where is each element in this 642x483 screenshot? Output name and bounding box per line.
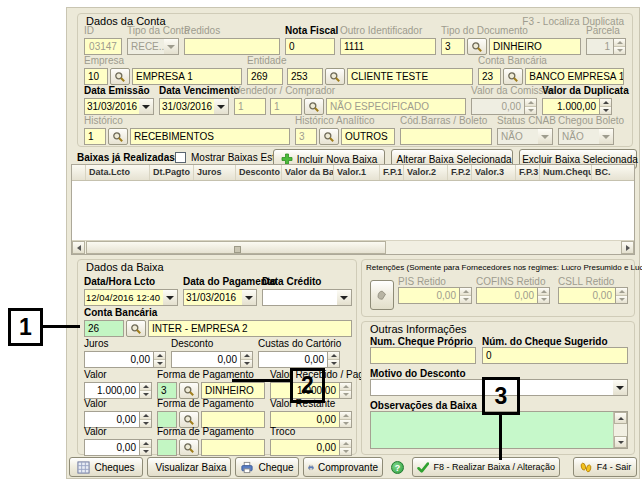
data-pagamento-dropdown-button[interactable]: [242, 289, 257, 306]
data-vencimento-dropdown-button[interactable]: [214, 98, 229, 115]
column-header-num-cheque[interactable]: Num.Cheque: [540, 165, 592, 180]
column-header-fp-1[interactable]: F.P.1: [380, 165, 404, 180]
entidade-code2-input[interactable]: 253: [287, 68, 323, 85]
pis-retido-input[interactable]: 0,00: [398, 287, 460, 304]
data-vencimento-input[interactable]: 31/03/2016: [159, 98, 214, 115]
forma-pagamento1-search-button[interactable]: [179, 382, 199, 399]
valor1-spinner[interactable]: [140, 382, 152, 399]
f8-realizar-baixa-button[interactable]: F8 - Realizar Baixa / Alteração: [412, 457, 560, 477]
tipo-do-documento-code-input[interactable]: 3: [441, 38, 465, 55]
scrollbar-thumb[interactable]: [86, 241, 386, 254]
visualizar-baixa-button[interactable]: Visualizar Baixa: [147, 457, 231, 477]
csll-retido-input[interactable]: 0,00: [558, 287, 616, 304]
column-header-fp-3[interactable]: F.P.3: [516, 165, 540, 180]
id-input[interactable]: 03147: [84, 38, 122, 55]
conta-bancaria-baixa-code-input[interactable]: 26: [84, 320, 124, 337]
empresa-search-button[interactable]: [110, 68, 130, 85]
valor-comissao-spinner[interactable]: [525, 98, 537, 115]
tipo-do-documento-search-button[interactable]: [467, 38, 487, 55]
conta-bancaria-name-input[interactable]: BANCO EMPRESA 1: [525, 68, 624, 85]
column-header-dt-pagto[interactable]: Dt.Pagto: [150, 165, 194, 180]
scroll-up-button[interactable]: [614, 412, 627, 424]
valor-duplicata-spinner[interactable]: [600, 98, 612, 115]
vendedor-code-input[interactable]: 1: [234, 98, 266, 115]
historico-name-input[interactable]: RECEBIMENTOS: [130, 128, 290, 145]
conta-bancaria-code-input[interactable]: 23: [478, 68, 501, 85]
column-header-valor-3[interactable]: Valor.3: [472, 165, 516, 180]
tipo-da-conta-dropdown-button[interactable]: [164, 38, 179, 55]
tipo-da-conta-select[interactable]: RECE...: [127, 38, 164, 55]
valor1-input[interactable]: 1.000,00: [84, 382, 140, 399]
chegou-boleto-select[interactable]: NÃO: [558, 128, 599, 145]
forma-pagamento3-name-input[interactable]: [201, 439, 265, 456]
column-header-valor-da-baixa[interactable]: Valor da Baixa: [282, 165, 334, 180]
data-hora-lcto-input[interactable]: 12/04/2016 12:40: [84, 289, 163, 306]
column-header-juros[interactable]: Juros: [194, 165, 236, 180]
scroll-left-button[interactable]: [72, 241, 85, 254]
custas-cartorio-input[interactable]: 0,00: [258, 351, 328, 368]
data-emissao-dropdown-button[interactable]: [139, 98, 154, 115]
parcela-spinner[interactable]: [614, 38, 626, 55]
conta-bancaria-baixa-name-input[interactable]: INTER - EMPRESA 2: [148, 320, 352, 337]
cofins-retido-input[interactable]: 0,00: [476, 287, 538, 304]
tipo-do-documento-name-input[interactable]: DINHEIRO: [489, 38, 581, 55]
help-icon[interactable]: ?: [391, 461, 404, 474]
juros-input[interactable]: 0,00: [84, 351, 154, 368]
column-header-desconto[interactable]: Desconto: [236, 165, 282, 180]
column-header-data-lcto[interactable]: Data.Lcto: [86, 165, 150, 180]
vendedor-search-button[interactable]: [304, 98, 324, 115]
observacoes-scrollbar[interactable]: [613, 412, 627, 448]
data-pagamento-input[interactable]: 31/03/2016: [183, 289, 242, 306]
num-cheque-proprio-input[interactable]: [370, 347, 476, 364]
forma-pagamento3-search-button[interactable]: [179, 439, 199, 456]
f4-sair-button[interactable]: F4 - Sair: [573, 457, 637, 477]
juros-spinner[interactable]: [154, 351, 166, 368]
entidade-name-input[interactable]: CLIENTE TESTE: [347, 68, 473, 85]
cheques-button[interactable]: Cheques: [69, 457, 143, 477]
troco-spinner[interactable]: [340, 439, 352, 456]
entidade-search-button[interactable]: [325, 68, 345, 85]
vendedor-name-input[interactable]: NÃO ESPECIFICADO: [326, 98, 466, 115]
valor3-input[interactable]: 0,00: [84, 439, 140, 456]
column-header-bc[interactable]: BC.: [592, 165, 634, 180]
data-credito-dropdown-button[interactable]: [337, 289, 352, 306]
scroll-down-button[interactable]: [614, 436, 627, 448]
outro-identificador-input[interactable]: 1111: [340, 38, 436, 55]
status-cnab-select[interactable]: NÃO: [497, 128, 538, 145]
motivo-desconto-dropdown-button[interactable]: [613, 379, 628, 396]
forma-pagamento1-name-input[interactable]: DINHEIRO: [201, 382, 265, 399]
desconto-input[interactable]: 0,00: [171, 351, 241, 368]
historico-analitico-name-input[interactable]: OUTROS: [341, 128, 395, 145]
column-header-valor-1[interactable]: Valor.1: [334, 165, 380, 180]
data-credito-input[interactable]: [262, 289, 337, 306]
data-hora-lcto-dropdown-button[interactable]: [163, 289, 178, 306]
valor-comissao-input[interactable]: 0,00: [471, 98, 525, 115]
csll-retido-spinner[interactable]: [616, 287, 628, 304]
column-header-fp-2[interactable]: F.P.2: [448, 165, 472, 180]
parcela-input[interactable]: 1: [586, 38, 614, 55]
desconto-spinner[interactable]: [241, 351, 253, 368]
num-cheque-sugerido-input[interactable]: 0: [482, 347, 628, 364]
column-header-selector[interactable]: [72, 165, 86, 180]
nota-fiscal-input[interactable]: 0: [285, 38, 335, 55]
forma-pagamento3-code-input[interactable]: [157, 439, 177, 456]
scroll-right-button[interactable]: [621, 241, 634, 254]
vendedor-code2-input[interactable]: 1: [270, 98, 302, 115]
cofins-retido-spinner[interactable]: [538, 287, 550, 304]
valor-recebido-spinner[interactable]: [340, 382, 352, 399]
conta-bancaria-search-button[interactable]: [503, 68, 523, 85]
historico-search-button[interactable]: [108, 128, 128, 145]
comprovante-print-button[interactable]: Comprovante: [303, 457, 383, 477]
conta-bancaria-baixa-search-button[interactable]: [126, 320, 146, 337]
mostrar-baixas-estornadas-checkbox[interactable]: [175, 152, 186, 163]
chegou-boleto-dropdown-button[interactable]: [599, 128, 614, 145]
status-cnab-dropdown-button[interactable]: [538, 128, 553, 145]
valor3-spinner[interactable]: [140, 439, 152, 456]
entidade-code-input[interactable]: 269: [247, 68, 283, 85]
cod-barras-input[interactable]: [400, 128, 492, 145]
data-emissao-input[interactable]: 31/03/2016: [84, 98, 139, 115]
table-horizontal-scrollbar[interactable]: [72, 240, 634, 254]
retencoes-button[interactable]: [370, 280, 394, 310]
column-header-valor-2[interactable]: Valor.2: [404, 165, 448, 180]
empresa-code-input[interactable]: 10: [84, 68, 108, 85]
